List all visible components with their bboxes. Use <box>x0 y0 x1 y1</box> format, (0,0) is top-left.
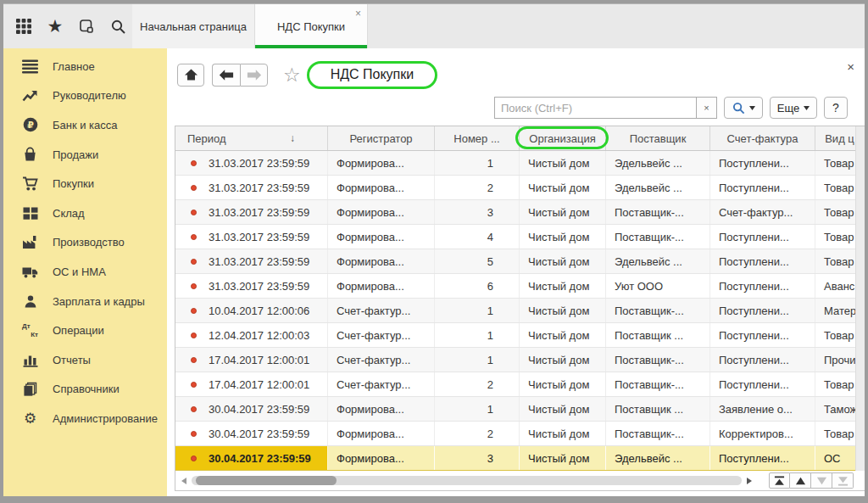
column-header-registrar[interactable]: Регистратор <box>328 126 435 150</box>
table-cell[interactable]: Чистый дом <box>520 422 606 445</box>
table-cell[interactable]: Эдельвейс ... <box>606 176 710 199</box>
table-cell[interactable]: Счет-фактур... <box>328 299 435 322</box>
table-cell[interactable]: 3 <box>435 446 520 470</box>
table-cell[interactable]: 31.03.2017 23:59:59 <box>175 176 328 199</box>
table-cell[interactable]: Чистый дом <box>520 299 606 322</box>
table-row[interactable]: 31.03.2017 23:59:59Формирова...5Чистый д… <box>175 249 865 274</box>
table-cell[interactable]: Счет-фактур... <box>328 372 435 396</box>
table-row[interactable]: 31.03.2017 23:59:59Формирова...1Чистый д… <box>175 151 865 176</box>
sidebar-item-chart[interactable]: Отчеты <box>3 345 167 375</box>
table-cell[interactable]: 2 <box>435 372 520 396</box>
table-cell[interactable]: Эдельвейс ... <box>606 249 710 273</box>
table-cell[interactable]: Поступлени... <box>710 176 815 199</box>
tab-home-page[interactable]: Начальная страница <box>132 4 255 48</box>
table-cell[interactable]: Поставщик ... <box>606 323 710 347</box>
table-cell[interactable]: 30.04.2017 23:59:59 <box>175 446 328 470</box>
table-cell[interactable]: Поступлени... <box>710 249 815 273</box>
table-cell[interactable]: Формирова... <box>328 249 435 273</box>
table-row[interactable]: 12.04.2017 12:00:03Счет-фактур...1Чистый… <box>175 323 865 348</box>
add-favorite-star-icon[interactable]: ☆ <box>283 64 301 85</box>
table-cell[interactable]: 4 <box>435 225 520 249</box>
table-cell[interactable]: Поступлени... <box>710 151 815 175</box>
table-cell[interactable]: Поставщик-... <box>606 372 710 396</box>
table-cell[interactable]: Формирова... <box>328 446 435 470</box>
tab-close-icon[interactable]: × <box>355 8 361 19</box>
table-cell[interactable]: 30.04.2017 23:59:59 <box>175 397 328 421</box>
go-to-last-row-button[interactable] <box>832 472 854 489</box>
back-button[interactable] <box>212 64 240 87</box>
column-header-invoice[interactable]: Счет-фактура <box>710 126 815 150</box>
table-cell[interactable]: Поставщик-... <box>606 299 710 322</box>
table-cell[interactable]: 1 <box>435 397 520 421</box>
table-cell[interactable]: 5 <box>435 249 520 273</box>
table-row[interactable]: 31.03.2017 23:59:59Формирова...4Чистый д… <box>175 225 865 249</box>
search-clear-button[interactable]: × <box>696 97 717 119</box>
go-to-first-row-button[interactable] <box>769 472 790 489</box>
table-row[interactable]: 31.03.2017 23:59:59Формирова...3Чистый д… <box>175 200 865 225</box>
table-cell[interactable]: Формирова... <box>328 422 435 445</box>
sidebar-item-boxes[interactable]: Склад <box>3 198 167 228</box>
table-cell[interactable]: 31.03.2017 23:59:59 <box>175 225 328 249</box>
history-icon[interactable] <box>77 17 96 36</box>
table-cell[interactable]: Чистый дом <box>520 176 606 199</box>
table-cell[interactable]: Формирова... <box>328 176 435 199</box>
table-cell[interactable]: 31.03.2017 23:59:59 <box>175 151 328 175</box>
table-cell[interactable]: Чистый дом <box>520 446 606 470</box>
table-cell[interactable]: Корректиров... <box>710 422 815 445</box>
table-cell[interactable]: Формирова... <box>328 274 435 298</box>
horizontal-scrollbar-thumb[interactable] <box>196 476 337 485</box>
search-input[interactable] <box>494 97 696 119</box>
table-cell[interactable]: Чистый дом <box>520 323 606 347</box>
table-cell[interactable]: 17.04.2017 12:00:01 <box>175 372 328 396</box>
table-cell[interactable]: Эдельвейс ... <box>606 151 710 175</box>
table-cell[interactable]: 1 <box>435 348 520 372</box>
table-cell[interactable]: 30.04.2017 23:59:59 <box>175 422 328 445</box>
table-cell[interactable]: Чистый дом <box>520 397 606 421</box>
forward-button[interactable] <box>240 64 268 87</box>
table-cell[interactable]: Поставщик-... <box>606 422 710 445</box>
tab-nds-purchases[interactable]: НДС Покупки × <box>255 4 368 48</box>
sidebar-item-dtkt[interactable]: ДтКтОперации <box>3 316 167 345</box>
sidebar-item-menu[interactable]: Главное <box>3 52 167 81</box>
table-cell[interactable]: Эдельвейс ... <box>606 446 710 470</box>
apps-grid-icon[interactable] <box>14 17 33 36</box>
search-icon[interactable] <box>108 17 127 36</box>
table-row[interactable]: 17.04.2017 12:00:01Счет-фактур...2Чистый… <box>175 372 865 397</box>
table-cell[interactable]: Поступлени... <box>710 446 815 470</box>
sidebar-item-truck[interactable]: ОС и НМА <box>3 257 167 287</box>
previous-row-button[interactable] <box>790 472 811 489</box>
search-options-button[interactable] <box>724 97 763 119</box>
table-cell[interactable]: Счет-фактур... <box>328 323 435 347</box>
column-header-organization[interactable]: Организация <box>520 126 606 150</box>
table-cell[interactable]: Поступлени... <box>710 348 815 372</box>
table-cell[interactable]: Заявление о... <box>710 397 815 421</box>
column-header-period[interactable]: Период ↓ <box>175 126 328 150</box>
table-cell[interactable]: Поставщик-... <box>606 200 710 224</box>
table-cell[interactable]: Формирова... <box>328 151 435 175</box>
table-cell[interactable]: Поставщик-... <box>606 348 710 372</box>
table-cell[interactable]: Формирова... <box>328 397 435 421</box>
table-cell[interactable]: Чистый дом <box>520 274 606 298</box>
table-row[interactable]: 17.04.2017 12:00:01Счет-фактур...1Чистый… <box>175 348 865 372</box>
table-cell[interactable]: Формирова... <box>328 200 435 224</box>
sidebar-item-person[interactable]: Зарплата и кадры <box>3 287 167 316</box>
help-button[interactable]: ? <box>824 97 848 119</box>
sidebar-item-factory[interactable]: Производство <box>3 228 167 258</box>
next-row-button[interactable] <box>811 472 832 489</box>
table-row[interactable]: 30.04.2017 23:59:59Формирова...1Чистый д… <box>175 397 865 422</box>
table-cell[interactable]: 31.03.2017 23:59:59 <box>175 249 328 273</box>
table-row[interactable]: 30.04.2017 23:59:59Формирова...3Чистый д… <box>175 446 865 471</box>
table-row[interactable]: 31.03.2017 23:59:59Формирова...6Чистый д… <box>175 274 865 299</box>
table-cell[interactable]: 31.03.2017 23:59:59 <box>175 274 328 298</box>
table-cell[interactable]: Чистый дом <box>520 348 606 372</box>
sidebar-item-ruble[interactable]: ₽Банк и касса <box>3 110 167 140</box>
table-cell[interactable]: Поступлени... <box>710 299 815 322</box>
table-row[interactable]: 31.03.2017 23:59:59Формирова...2Чистый д… <box>175 176 865 200</box>
more-button[interactable]: Еще <box>770 97 817 119</box>
table-cell[interactable]: Поставщик ... <box>606 397 710 421</box>
column-header-number[interactable]: Номер ... <box>435 126 520 150</box>
table-cell[interactable]: Поступлени... <box>710 372 815 396</box>
scroll-left-arrow[interactable] <box>181 478 186 484</box>
table-cell[interactable]: Счет-фактур... <box>710 200 815 224</box>
home-button[interactable] <box>177 64 204 87</box>
